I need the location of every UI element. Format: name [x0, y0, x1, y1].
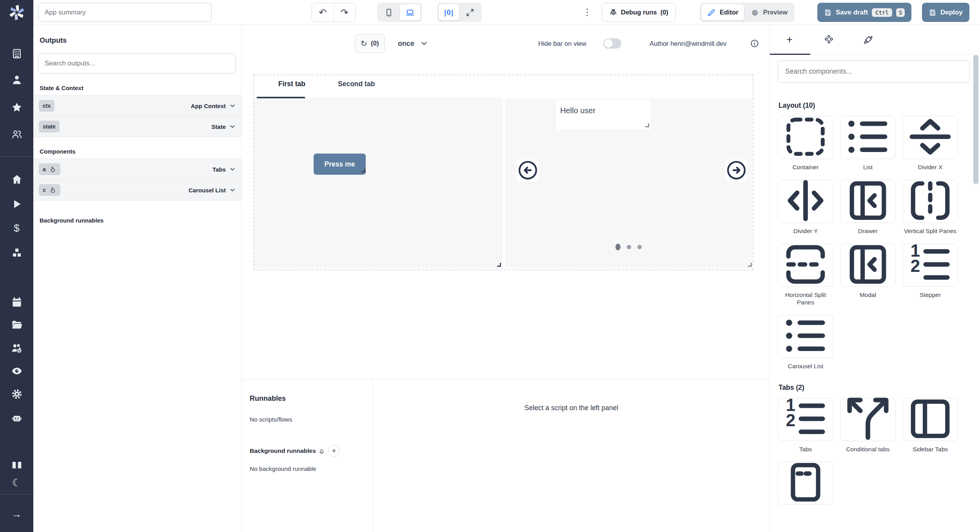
preview-tab[interactable]: ◎ Preview	[745, 4, 793, 20]
ctx-type-label: App Context	[191, 103, 226, 109]
brush-icon	[863, 35, 873, 45]
dark-mode-moon-icon[interactable]: ☾	[11, 477, 23, 489]
resize-handle[interactable]	[645, 123, 649, 127]
carousel-prev-button[interactable]	[517, 159, 539, 182]
output-row-component-c[interactable]: c Carousel List	[33, 180, 241, 201]
carousel-dot[interactable]	[637, 245, 642, 249]
docs-books-icon[interactable]	[11, 460, 23, 471]
canvas-tab-first[interactable]: First tab	[278, 80, 305, 88]
groups-icon[interactable]	[11, 128, 23, 140]
circle-arrow-left-icon	[517, 159, 539, 183]
no-background-runnable-text: No background runnable	[250, 465, 365, 472]
pointer-hand-icon	[49, 186, 56, 194]
save-draft-button[interactable]: Save draft Ctrl S	[817, 3, 911, 22]
refresh-button[interactable]: ↻ (0)	[355, 34, 385, 53]
align-toggle: |0|	[437, 3, 482, 22]
center-align-icon: |0|	[444, 8, 454, 17]
deploy-button[interactable]: Deploy	[922, 3, 969, 22]
tab-styling[interactable]	[848, 25, 887, 54]
home-icon[interactable]	[11, 174, 23, 185]
scrollbar-thumb[interactable]	[973, 55, 978, 184]
mobile-view-button[interactable]	[379, 4, 399, 20]
carousel-component[interactable]: Hello user	[505, 99, 752, 268]
hide-bar-toggle[interactable]	[603, 38, 621, 49]
component-card-sidebar-tabs[interactable]: Sidebar Tabs	[902, 398, 958, 453]
windmill-logo-icon[interactable]	[8, 4, 26, 22]
resize-handle[interactable]	[497, 263, 501, 267]
favorites-star-icon[interactable]	[11, 101, 23, 113]
press-me-button[interactable]: Press me	[314, 154, 366, 175]
folders-icon[interactable]	[11, 319, 23, 331]
settings-gear-icon[interactable]	[11, 388, 23, 400]
user-icon[interactable]	[11, 74, 23, 86]
component-card-drawer[interactable]: Drawer	[840, 180, 896, 235]
chevron-down-icon[interactable]	[229, 102, 236, 109]
chevron-down-icon	[420, 39, 428, 48]
ai-robot-icon[interactable]	[11, 413, 23, 424]
tabs-component-body[interactable]	[254, 98, 503, 268]
component-card-stepper[interactable]: 12 Stepper	[902, 244, 958, 306]
component-card-invisible-tabs[interactable]	[778, 461, 833, 509]
chevron-down-icon[interactable]	[229, 123, 236, 130]
component-card-list[interactable]: List	[840, 116, 896, 171]
workspace-icon[interactable]	[11, 48, 23, 60]
rail-divider	[0, 156, 33, 157]
component-card-modal[interactable]: Modal	[840, 244, 896, 306]
add-background-runnable-button[interactable]: +	[328, 445, 340, 457]
component-card-container[interactable]: Container	[778, 116, 833, 171]
audit-eye-icon[interactable]	[11, 365, 23, 377]
workers-icon[interactable]	[11, 342, 23, 354]
component-card-carousel-list[interactable]: Carousel List	[778, 315, 833, 370]
search-components-input[interactable]	[778, 60, 970, 83]
search-outputs-input[interactable]	[38, 53, 236, 74]
carousel-dot[interactable]	[627, 245, 631, 249]
resize-handle[interactable]	[361, 168, 365, 172]
chevron-down-icon[interactable]	[229, 166, 236, 173]
tab-insert-component[interactable]: +	[770, 25, 809, 54]
editor-tab[interactable]: Editor	[701, 4, 744, 20]
text-component[interactable]: Hello user	[556, 100, 650, 130]
output-row-component-a[interactable]: a Tabs	[33, 159, 241, 180]
stepper-icon: 12	[903, 237, 958, 293]
circle-arrow-right-icon	[725, 159, 748, 183]
sidebar-tabs-icon	[903, 391, 958, 448]
expand-rail-arrow-icon[interactable]: →	[11, 508, 23, 520]
more-menu-button[interactable]: ⋮	[581, 3, 593, 22]
carousel-dot[interactable]	[615, 244, 621, 250]
info-icon[interactable]	[750, 39, 759, 48]
component-card-vertical-split[interactable]: Vertical Split Panes	[902, 180, 958, 235]
fullwidth-button[interactable]	[460, 4, 480, 20]
redo-button[interactable]: ↷	[334, 3, 356, 22]
hide-bar-label: Hide bar on view	[538, 34, 586, 53]
component-card-tabs[interactable]: 12 Tabs	[778, 398, 833, 453]
components-title: Components	[40, 148, 235, 155]
resize-handle[interactable]	[748, 263, 752, 267]
component-card-conditional-tabs[interactable]: Conditional tabs	[840, 398, 896, 453]
chevron-down-icon[interactable]	[229, 186, 236, 194]
variables-dollar-icon[interactable]: $	[11, 222, 23, 234]
schedule-dropdown[interactable]: once	[398, 34, 428, 53]
output-row-ctx[interactable]: ctx App Context	[33, 96, 241, 116]
select-script-placeholder: Select a script on the left panel	[524, 404, 618, 532]
runs-play-icon[interactable]	[11, 198, 23, 210]
undo-button[interactable]: ↶	[312, 3, 334, 22]
editor-label: Editor	[720, 9, 739, 16]
center-content-button[interactable]: |0|	[439, 4, 459, 20]
output-row-state[interactable]: state State	[33, 116, 241, 137]
app-summary-input[interactable]	[38, 3, 212, 22]
carousel-dots	[505, 244, 752, 250]
carousel-next-button[interactable]	[725, 159, 748, 182]
top-toolbar: ↶ ↷ |0| ⋮ Debug runs (0) Editor ◎ Previe…	[33, 0, 980, 25]
kbd-ctrl: Ctrl	[872, 8, 892, 17]
canvas-tab-second[interactable]: Second tab	[338, 80, 375, 88]
nav-rail: $ ☾ →	[0, 0, 33, 532]
tab-component-settings[interactable]	[809, 25, 848, 54]
schedules-calendar-icon[interactable]	[11, 297, 23, 308]
debug-runs-button[interactable]: Debug runs (0)	[602, 3, 676, 22]
resources-icon[interactable]	[11, 247, 23, 259]
editor-preview-toggle: Editor ◎ Preview	[700, 3, 795, 22]
component-card-divider-x[interactable]: Divider X	[902, 116, 958, 171]
desktop-view-button[interactable]	[400, 4, 420, 20]
component-card-divider-y[interactable]: Divider Y	[778, 180, 833, 235]
component-card-horizontal-split[interactable]: Horizontal Split Panes	[778, 244, 833, 306]
